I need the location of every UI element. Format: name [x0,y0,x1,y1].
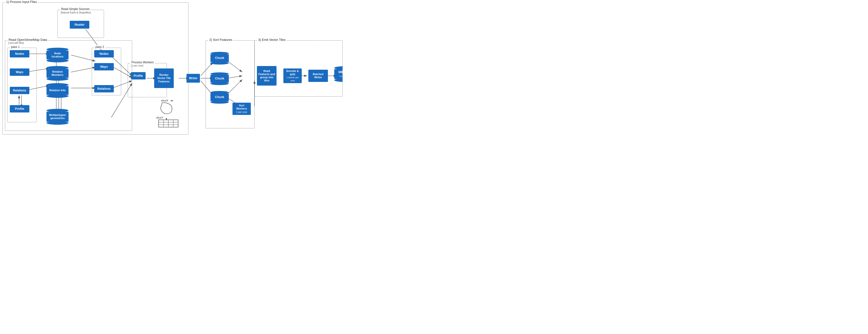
main-diagram: 1) Process Input Files Read Simple Sourc… [0,0,343,142]
encode-gzip-node: Encode & gzip 1 worker per core [283,68,302,83]
ways-p2-node: Ways [94,63,114,70]
slice-diagram: sliceX sliceY [154,95,183,130]
read-osm-title: Read OpenStreetMap Data [8,38,48,41]
writer-node: Writer [186,74,200,82]
process-workers-subtitle: [1 per core] [130,64,144,67]
read-osm-subtitle: [.osm.pbf files] [8,41,24,44]
ways-p1-node: Ways [10,68,29,76]
chunk2-node: Chunk [211,72,229,85]
render-vector-node: Render Vector Tile Features [154,68,174,88]
relation-info-node: Relation Info [46,83,68,98]
multipolygon-node: Multipolygon geometries [46,109,68,125]
mbtiles-node: MBTiles x,y,z,data [334,66,343,82]
chunk1-node: Chunk [211,52,229,65]
sort-workers-node: Sort Workers 1 per core [232,103,251,115]
svg-text:sliceY: sliceY [156,116,163,119]
process-workers-title: Process Workers [130,61,155,64]
sort-features-title: 2) Sort Features [208,38,233,41]
read-simple-title: Read Simple Sources [60,7,91,11]
read-simple-subtitle: [Natural Earth & Shapefiles] [60,11,91,14]
pass1-label: pass 1 [10,45,21,49]
slice-svg: sliceX sliceY [154,95,183,130]
nodes-p2-node: Nodes [94,50,114,58]
reader-node: Reader [70,21,89,29]
chunk3-node: Chunk [211,91,229,104]
nodes-p1-node: Nodes [10,50,29,58]
relations-p1-node: Relations [10,87,29,94]
emit-tiles-title: 3) Emit Vector Tiles [257,38,286,41]
relations-p2-node: Relations [94,85,114,93]
profile-workers-node: Profile [131,72,146,79]
process-input-title: 1) Process Input Files [5,0,38,4]
node-locations-node: Node locations [46,48,68,62]
pass2-label: pass 2 [94,45,105,49]
read-features-node: Read Features and group into tiles [257,66,277,86]
relation-members-node: Relation Members [46,66,68,81]
profile-p1-node: Profile [10,105,29,112]
batched-writer-node: Batched Writer [308,70,328,82]
svg-text:sliceX: sliceX [161,99,168,102]
